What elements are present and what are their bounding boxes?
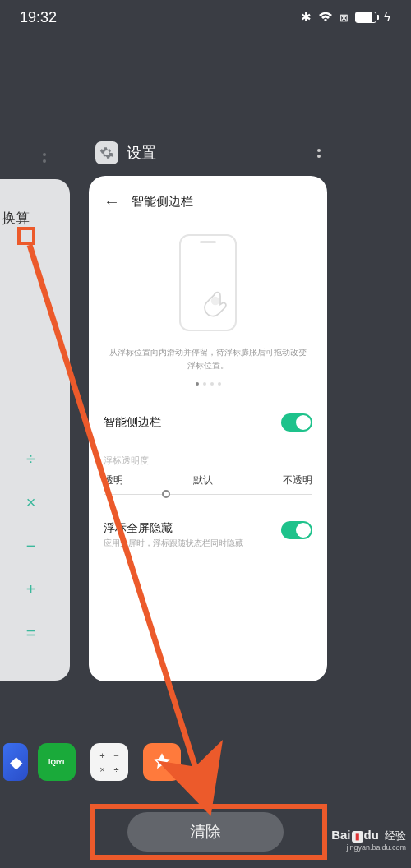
minus-icon: − (26, 537, 36, 556)
slider-labels: 透明 默认 不透明 (104, 473, 312, 487)
more-options-icon[interactable] (317, 149, 321, 158)
illustration-caption: 从浮标位置向内滑动并停留，待浮标膨胀后可拖动改变浮标位置。 (104, 346, 312, 372)
app-dock: ◆ iQIYI +−×÷ (3, 743, 181, 781)
app-title: 设置 (127, 143, 156, 163)
row-subtitle: 应用全屏时，浮标跟随状态栏同时隐藏 (104, 538, 243, 549)
recent-app-calculator[interactable]: 换算 ÷ × − + = (0, 179, 70, 681)
battery-icon (355, 12, 376, 23)
charging-icon: ϟ (383, 10, 391, 25)
page-title: 智能侧边栏 (132, 194, 193, 210)
dock-app-calculator[interactable]: +−×÷ (90, 743, 128, 781)
status-time: 19:32 (20, 9, 57, 26)
plus-icon: + (26, 580, 36, 599)
settings-app-icon (95, 141, 118, 164)
settings-card: ← 智能侧边栏 从浮标位置向内滑动并停留，待浮标膨胀后可拖动改变浮标位置。 智能… (89, 176, 327, 681)
status-bar: 19:32 ✱ ⊠ ϟ (0, 0, 411, 35)
divide-icon: ÷ (26, 450, 35, 469)
bluetooth-icon: ✱ (301, 10, 312, 25)
opacity-section-label: 浮标透明度 (104, 455, 312, 467)
row-label: 智能侧边栏 (104, 415, 161, 430)
watermark: Bai▮du 经验 jingyan.baidu.com (331, 827, 406, 853)
card-header: 设置 (89, 138, 327, 176)
slider-label-mid: 默认 (193, 473, 213, 487)
svg-point-0 (211, 297, 219, 305)
wm-url: jingyan.baidu.com (331, 843, 406, 853)
dock-app-4[interactable] (143, 743, 181, 781)
dock-app-iqiyi[interactable]: iQIYI (38, 743, 76, 781)
sidebar-illustration (155, 229, 261, 336)
back-icon[interactable]: ← (104, 192, 120, 211)
annotation-end-rect (90, 804, 327, 860)
row-smart-sidebar[interactable]: 智能侧边栏 (104, 402, 312, 443)
slider-thumb[interactable] (162, 490, 170, 498)
toggle-smart-sidebar[interactable] (281, 413, 312, 432)
row-fullscreen-hide[interactable]: 浮标全屏隐藏 应用全屏时，浮标跟随状态栏同时隐藏 (104, 510, 312, 561)
status-icons: ✱ ⊠ ϟ (301, 10, 391, 25)
nosim-icon: ⊠ (339, 12, 349, 24)
opacity-slider[interactable] (104, 494, 312, 495)
equals-icon: = (26, 624, 36, 643)
page-indicator (104, 382, 312, 386)
multiply-icon: × (26, 493, 36, 512)
wm-brand-l: Bai (331, 828, 350, 842)
calc-operators: ÷ × − + = (2, 450, 60, 643)
annotation-start-rect (17, 227, 35, 245)
toggle-fullscreen-hide[interactable] (281, 521, 312, 539)
recent-app-settings[interactable]: 设置 ← 智能侧边栏 从浮标位置向内滑动并停留，待浮标膨胀后可拖动改变浮标位置。… (89, 138, 327, 681)
hand-icon (199, 284, 242, 330)
wifi-icon (318, 12, 333, 23)
dock-app-1[interactable]: ◆ (3, 743, 28, 781)
drag-handle-icon[interactable] (43, 153, 46, 163)
wm-suffix: 经验 (385, 829, 406, 842)
wm-brand-r: du (364, 828, 379, 842)
slider-label-right: 不透明 (283, 473, 312, 487)
left-card-title: 换算 (2, 209, 60, 228)
row-label: 浮标全屏隐藏 (104, 521, 243, 536)
card-topbar: ← 智能侧边栏 (104, 192, 312, 211)
slider-label-left: 透明 (104, 473, 123, 487)
